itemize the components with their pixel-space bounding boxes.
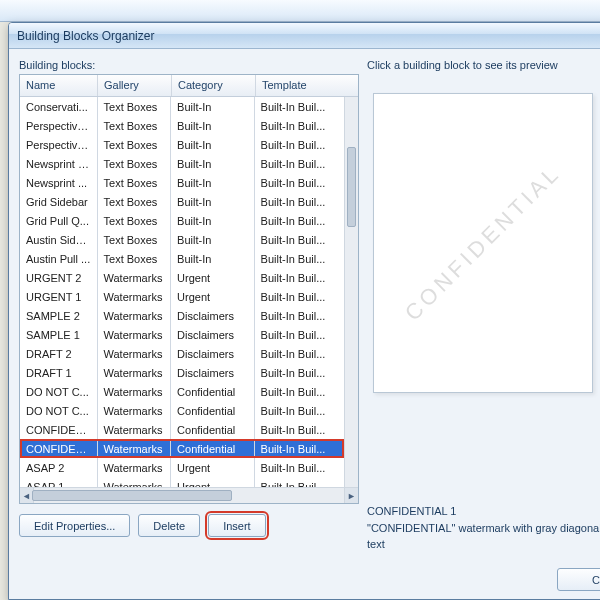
cell-template: Built-In Buil...	[255, 420, 344, 439]
cell-category: Disclaimers	[171, 306, 254, 325]
col-header-name[interactable]: Name	[20, 75, 98, 96]
cell-gallery: Text Boxes	[98, 249, 172, 268]
vertical-scrollbar[interactable]	[344, 97, 358, 487]
dialog-title: Building Blocks Organizer	[17, 29, 154, 43]
grid-header-row: Name Gallery Category Template	[20, 75, 358, 97]
cell-gallery: Watermarks	[98, 344, 172, 363]
preview-description: "CONFIDENTIAL" watermark with gray diago…	[367, 520, 600, 553]
cell-template: Built-In Buil...	[255, 135, 344, 154]
table-row[interactable]: CONFIDEN...WatermarksConfidentialBuilt-I…	[20, 439, 344, 458]
cell-template: Built-In Buil...	[255, 344, 344, 363]
delete-button[interactable]: Delete	[138, 514, 200, 537]
cell-name: DO NOT C...	[20, 382, 98, 401]
insert-button[interactable]: Insert	[208, 514, 266, 537]
table-row[interactable]: ASAP 1WatermarksUrgentBuilt-In Buil...	[20, 477, 344, 487]
cell-category: Confidential	[171, 401, 254, 420]
table-row[interactable]: DO NOT C...WatermarksConfidentialBuilt-I…	[20, 382, 344, 401]
cell-category: Built-In	[171, 249, 254, 268]
cell-category: Confidential	[171, 420, 254, 439]
cell-template: Built-In Buil...	[255, 116, 344, 135]
cell-gallery: Watermarks	[98, 325, 172, 344]
cell-template: Built-In Buil...	[255, 211, 344, 230]
cell-name: DRAFT 2	[20, 344, 98, 363]
cell-name: URGENT 1	[20, 287, 98, 306]
preview-hint: Click a building block to see its previe…	[367, 59, 600, 71]
cell-category: Urgent	[171, 458, 254, 477]
cell-gallery: Watermarks	[98, 306, 172, 325]
cell-name: CONFIDEN...	[20, 420, 98, 439]
cell-name: SAMPLE 2	[20, 306, 98, 325]
horizontal-scroll-thumb[interactable]	[32, 490, 232, 501]
cell-template: Built-In Buil...	[255, 306, 344, 325]
cell-name: Austin Side...	[20, 230, 98, 249]
cell-name: Grid Pull Q...	[20, 211, 98, 230]
cell-template: Built-In Buil...	[255, 477, 344, 487]
horizontal-scrollbar[interactable]: ◄ ►	[20, 487, 358, 503]
cell-name: DRAFT 1	[20, 363, 98, 382]
cell-name: Conservati...	[20, 97, 98, 116]
cell-category: Urgent	[171, 477, 254, 487]
cell-gallery: Text Boxes	[98, 230, 172, 249]
vertical-scroll-thumb[interactable]	[347, 147, 356, 227]
cell-category: Built-In	[171, 97, 254, 116]
cell-category: Disclaimers	[171, 344, 254, 363]
table-row[interactable]: SAMPLE 2WatermarksDisclaimersBuilt-In Bu…	[20, 306, 344, 325]
cell-category: Disclaimers	[171, 325, 254, 344]
col-header-template[interactable]: Template	[256, 75, 346, 96]
table-row[interactable]: SAMPLE 1WatermarksDisclaimersBuilt-In Bu…	[20, 325, 344, 344]
cell-gallery: Text Boxes	[98, 116, 172, 135]
close-button-partial[interactable]: C	[557, 568, 600, 591]
cell-gallery: Text Boxes	[98, 154, 172, 173]
cell-template: Built-In Buil...	[255, 382, 344, 401]
cell-name: ASAP 2	[20, 458, 98, 477]
scroll-right-arrow-icon[interactable]: ►	[344, 488, 358, 503]
cell-gallery: Watermarks	[98, 382, 172, 401]
table-row[interactable]: Conservati...Text BoxesBuilt-InBuilt-In …	[20, 97, 344, 116]
table-row[interactable]: DRAFT 2WatermarksDisclaimersBuilt-In Bui…	[20, 344, 344, 363]
cell-gallery: Text Boxes	[98, 211, 172, 230]
dialog-titlebar[interactable]: Building Blocks Organizer	[9, 23, 600, 49]
edit-properties-button[interactable]: Edit Properties...	[19, 514, 130, 537]
table-row[interactable]: URGENT 1WatermarksUrgentBuilt-In Buil...	[20, 287, 344, 306]
cell-template: Built-In Buil...	[255, 230, 344, 249]
col-header-gallery[interactable]: Gallery	[98, 75, 172, 96]
cell-category: Built-In	[171, 135, 254, 154]
cell-gallery: Watermarks	[98, 268, 172, 287]
table-row[interactable]: CONFIDEN...WatermarksConfidentialBuilt-I…	[20, 420, 344, 439]
table-row[interactable]: ASAP 2WatermarksUrgentBuilt-In Buil...	[20, 458, 344, 477]
table-row[interactable]: DRAFT 1WatermarksDisclaimersBuilt-In Bui…	[20, 363, 344, 382]
cell-name: Newsprint ...	[20, 173, 98, 192]
cell-template: Built-In Buil...	[255, 97, 344, 116]
cell-category: Built-In	[171, 116, 254, 135]
table-row[interactable]: Newsprint S...Text BoxesBuilt-InBuilt-In…	[20, 154, 344, 173]
cell-gallery: Watermarks	[98, 477, 172, 487]
cell-gallery: Watermarks	[98, 401, 172, 420]
cell-gallery: Text Boxes	[98, 173, 172, 192]
table-row[interactable]: Austin Pull ...Text BoxesBuilt-InBuilt-I…	[20, 249, 344, 268]
table-row[interactable]: Newsprint ...Text BoxesBuilt-InBuilt-In …	[20, 173, 344, 192]
cell-name: Newsprint S...	[20, 154, 98, 173]
cell-category: Urgent	[171, 287, 254, 306]
table-row[interactable]: Perspective ...Text BoxesBuilt-InBuilt-I…	[20, 116, 344, 135]
cell-name: Perspective ...	[20, 116, 98, 135]
building-blocks-label: Building blocks:	[19, 59, 359, 71]
table-row[interactable]: DO NOT C...WatermarksConfidentialBuilt-I…	[20, 401, 344, 420]
table-row[interactable]: URGENT 2WatermarksUrgentBuilt-In Buil...	[20, 268, 344, 287]
cell-gallery: Watermarks	[98, 439, 172, 458]
cell-category: Urgent	[171, 268, 254, 287]
table-row[interactable]: Grid Pull Q...Text BoxesBuilt-InBuilt-In…	[20, 211, 344, 230]
cell-gallery: Watermarks	[98, 420, 172, 439]
cell-gallery: Watermarks	[98, 287, 172, 306]
building-blocks-grid: Name Gallery Category Template Conservat…	[19, 74, 359, 504]
building-blocks-dialog: Building Blocks Organizer Building block…	[8, 22, 600, 600]
cell-template: Built-In Buil...	[255, 363, 344, 382]
col-header-category[interactable]: Category	[172, 75, 256, 96]
cell-template: Built-In Buil...	[255, 192, 344, 211]
cell-gallery: Watermarks	[98, 458, 172, 477]
table-row[interactable]: Perspective ...Text BoxesBuilt-InBuilt-I…	[20, 135, 344, 154]
cell-template: Built-In Buil...	[255, 173, 344, 192]
preview-page: CONFIDENTIAL	[373, 93, 593, 393]
table-row[interactable]: Grid SidebarText BoxesBuilt-InBuilt-In B…	[20, 192, 344, 211]
cell-gallery: Text Boxes	[98, 192, 172, 211]
table-row[interactable]: Austin Side...Text BoxesBuilt-InBuilt-In…	[20, 230, 344, 249]
